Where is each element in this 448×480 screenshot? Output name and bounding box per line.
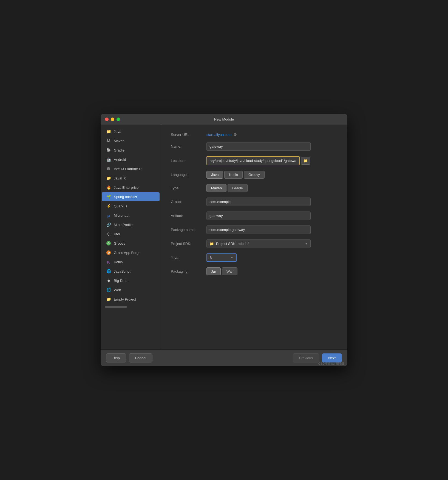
sidebar-item-empty[interactable]: 📁Empty Project — [102, 295, 160, 304]
sidebar-item-microprofile[interactable]: 🔗MicroProfile — [102, 220, 160, 229]
language-java-button[interactable]: Java — [206, 171, 223, 179]
java-label: Java: — [171, 256, 206, 260]
artifact-input[interactable] — [206, 212, 311, 220]
artifact-label: Artifact: — [171, 214, 206, 218]
sidebar-item-spring-initializr[interactable]: 🌱Spring Initializr — [102, 192, 160, 201]
sidebar-label-microprofile: MicroProfile — [114, 223, 133, 227]
server-url-link[interactable]: start.aliyun.com — [206, 133, 231, 137]
sidebar-item-bigdata[interactable]: ◆Big Data — [102, 276, 160, 285]
sidebar-label-ktor: Ktor — [114, 232, 120, 236]
sidebar-label-java: Java — [114, 130, 121, 134]
sidebar-item-intellij[interactable]: 🖥IntelliJ Platform Pl — [102, 164, 160, 173]
sidebar-item-java-enterprise[interactable]: 🔥Java Enterprise — [102, 183, 160, 192]
language-row: Language: Java Kotlin Groovy — [171, 171, 338, 179]
sdk-dropdown-arrow: ▼ — [305, 242, 308, 245]
location-input[interactable] — [206, 156, 300, 165]
package-name-label: Package name: — [171, 228, 206, 232]
close-button[interactable] — [105, 118, 109, 121]
web-icon: 🌐 — [106, 287, 111, 292]
sidebar-label-micronaut: Micronaut — [114, 213, 129, 218]
java-row: Java: 8 ▼ — [171, 253, 338, 262]
sdk-name: Project SDK — [216, 242, 236, 246]
sidebar-label-maven: Maven — [114, 139, 124, 143]
sidebar-label-bigdata: Big Data — [114, 279, 127, 283]
java-version-dropdown[interactable]: 8 ▼ — [206, 253, 237, 262]
window-title: New Module — [214, 117, 234, 121]
bigdata-icon: ◆ — [106, 278, 111, 283]
javascript-icon: 🌐 — [106, 269, 111, 274]
sidebar-item-java[interactable]: 📁Java — [102, 127, 160, 136]
type-gradle-button[interactable]: Gradle — [228, 184, 248, 192]
packaging-row: Packaging: Jar War — [171, 267, 338, 275]
project-sdk-label: Project SDK: — [171, 242, 206, 246]
language-options: Java Kotlin Groovy — [206, 171, 265, 179]
maven-icon: M — [106, 138, 111, 143]
sidebar-item-javascript[interactable]: 🌐JavaScript — [102, 267, 160, 276]
sidebar-item-android[interactable]: 🤖Android — [102, 155, 160, 164]
previous-button[interactable]: Previous — [293, 353, 319, 362]
minimize-button[interactable] — [111, 118, 114, 121]
sidebar-item-quarkus[interactable]: ⚡Quarkus — [102, 202, 160, 210]
sdk-left: 📁 Project SDK zulu-1.8 — [209, 242, 249, 246]
intellij-icon: 🖥 — [106, 166, 111, 171]
language-groovy-button[interactable]: Groovy — [244, 171, 265, 179]
help-button[interactable]: Help — [106, 353, 126, 362]
packaging-war-button[interactable]: War — [222, 267, 237, 275]
packaging-label: Packaging: — [171, 269, 206, 273]
type-row: Type: Maven Gradle — [171, 184, 338, 192]
sidebar-item-web[interactable]: 🌐Web — [102, 285, 160, 294]
name-label: Name: — [171, 144, 206, 148]
project-sdk-dropdown[interactable]: 📁 Project SDK zulu-1.8 ▼ — [206, 239, 311, 248]
sidebar-item-grails[interactable]: ⚙Grails App Forge — [102, 248, 160, 257]
sidebar-label-javascript: JavaScript — [114, 269, 131, 273]
sidebar-item-maven[interactable]: MMaven — [102, 136, 160, 145]
sidebar-label-web: Web — [114, 288, 121, 292]
settings-icon[interactable]: ⚙ — [234, 132, 237, 137]
language-kotlin-button[interactable]: Kotlin — [224, 171, 243, 179]
sidebar-label-groovy: Groovy — [114, 241, 125, 245]
name-input[interactable] — [206, 142, 311, 151]
next-button[interactable]: Next — [322, 353, 342, 362]
sidebar-item-javafx[interactable]: 📁JavaFX — [102, 174, 160, 182]
group-label: Group: — [171, 200, 206, 204]
groovy-icon: G — [106, 241, 111, 246]
sidebar-scrollbar[interactable] — [105, 306, 127, 308]
javafx-icon: 📁 — [106, 176, 111, 181]
empty-icon: 📁 — [106, 297, 111, 302]
sidebar: 📁JavaMMaven🐘Gradle🤖Android🖥IntelliJ Plat… — [101, 125, 161, 349]
server-url-label: Server URL: — [171, 133, 206, 137]
footer-left: Help Cancel — [106, 353, 152, 362]
sidebar-label-quarkus: Quarkus — [114, 204, 127, 208]
name-row: Name: — [171, 142, 338, 151]
group-row: Group: — [171, 198, 338, 206]
microprofile-icon: 🔗 — [106, 222, 111, 227]
gradle-icon: 🐘 — [106, 148, 111, 153]
sidebar-label-spring-initializr: Spring Initializr — [114, 195, 137, 199]
android-icon: 🤖 — [106, 157, 111, 162]
sidebar-item-groovy[interactable]: GGroovy — [102, 239, 160, 248]
packaging-jar-button[interactable]: Jar — [206, 267, 221, 275]
server-url-value: start.aliyun.com ⚙ — [206, 132, 237, 137]
group-input[interactable] — [206, 198, 311, 206]
sidebar-label-kotlin: Kotlin — [114, 260, 123, 264]
sidebar-label-grails: Grails App Forge — [114, 251, 141, 255]
sidebar-label-empty: Empty Project — [114, 297, 136, 301]
spring-initializr-icon: 🌱 — [106, 194, 111, 199]
sidebar-item-ktor[interactable]: ⬡Ktor — [102, 230, 160, 238]
java-enterprise-icon: 🔥 — [106, 185, 111, 190]
package-name-input[interactable] — [206, 225, 311, 234]
location-row: Location: 📁 — [171, 156, 338, 165]
sdk-folder-icon: 📁 — [209, 242, 214, 246]
java-icon: 📁 — [106, 129, 111, 134]
location-browse-button[interactable]: 📁 — [301, 157, 310, 165]
sidebar-label-gradle: Gradle — [114, 148, 124, 152]
sidebar-item-gradle[interactable]: 🐘Gradle — [102, 146, 160, 155]
sidebar-item-micronaut[interactable]: μMicronaut — [102, 211, 160, 220]
maximize-button[interactable] — [117, 118, 120, 121]
type-maven-button[interactable]: Maven — [206, 184, 226, 192]
traffic-lights — [105, 118, 120, 121]
cancel-button[interactable]: Cancel — [129, 353, 152, 362]
dialog-content: 📁JavaMMaven🐘Gradle🤖Android🖥IntelliJ Plat… — [101, 125, 347, 349]
project-sdk-row: Project SDK: 📁 Project SDK zulu-1.8 ▼ — [171, 239, 338, 248]
sidebar-item-kotlin[interactable]: KKotlin — [102, 258, 160, 266]
